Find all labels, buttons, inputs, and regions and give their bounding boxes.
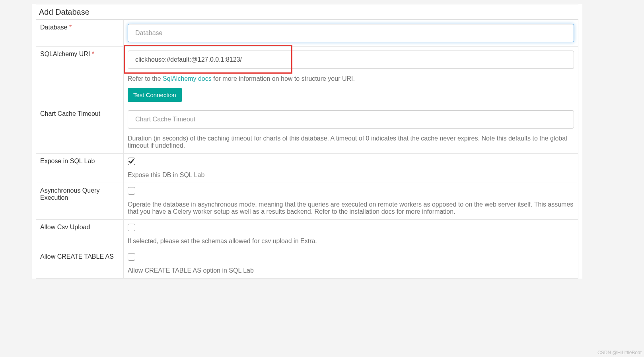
chart-cache-timeout-cell: Duration (in seconds) of the caching tim… (124, 106, 578, 154)
sqlalchemy-uri-help: Refer to the SqlAlchemy docs for more in… (128, 75, 574, 82)
expose-sql-lab-label-cell: Expose in SQL Lab (36, 154, 124, 183)
database-label: Database (40, 24, 68, 31)
async-query-help: Operate the database in asynchronous mod… (128, 201, 574, 215)
expose-sql-lab-help: Expose this DB in SQL Lab (128, 172, 574, 179)
test-connection-button[interactable]: Test Connection (128, 88, 182, 102)
async-query-label: Asynchronous Query Execution (40, 187, 99, 201)
sqlalchemy-uri-cell: Refer to the SqlAlchemy docs for more in… (124, 47, 578, 106)
async-query-label-cell: Asynchronous Query Execution (36, 183, 124, 220)
allow-csv-upload-checkbox[interactable] (128, 224, 135, 231)
sqlalchemy-uri-label: SQLAlchemy URI (40, 51, 90, 57)
allow-csv-upload-label-cell: Allow Csv Upload (36, 220, 124, 249)
allow-csv-upload-label: Allow Csv Upload (40, 224, 90, 230)
chart-cache-timeout-help: Duration (in seconds) of the caching tim… (128, 135, 574, 149)
allow-csv-upload-cell: If selected, please set the schemas allo… (124, 220, 578, 249)
required-mark: * (69, 24, 72, 31)
database-input[interactable] (128, 24, 574, 42)
allow-ctas-label-cell: Allow CREATE TABLE AS (36, 249, 124, 279)
sqlalchemy-uri-label-cell: SQLAlchemy URI * (36, 47, 124, 106)
async-query-checkbox[interactable] (128, 187, 135, 195)
chart-cache-timeout-label-cell: Chart Cache Timeout (36, 106, 124, 154)
sqlalchemy-docs-link[interactable]: SqlAlchemy docs (163, 75, 212, 82)
help-suffix: for more information on how to structure… (212, 75, 355, 82)
page-title: Add Database (36, 4, 578, 20)
allow-ctas-label: Allow CREATE TABLE AS (40, 253, 114, 260)
add-database-form: Database * SQLAlchemy URI * Refer to the… (36, 20, 578, 279)
expose-sql-lab-checkbox[interactable] (128, 158, 135, 165)
chart-cache-timeout-label: Chart Cache Timeout (40, 110, 100, 117)
sqlalchemy-uri-input[interactable] (128, 51, 574, 69)
allow-ctas-cell: Allow CREATE TABLE AS option in SQL Lab (124, 249, 578, 279)
expose-sql-lab-cell: Expose this DB in SQL Lab (124, 154, 578, 183)
expose-sql-lab-label: Expose in SQL Lab (40, 158, 95, 164)
allow-csv-upload-help: If selected, please set the schemas allo… (128, 238, 574, 245)
help-prefix: Refer to the (128, 75, 163, 82)
chart-cache-timeout-input[interactable] (128, 110, 574, 129)
required-mark: * (92, 51, 94, 57)
database-label-cell: Database * (36, 20, 124, 47)
allow-ctas-help: Allow CREATE TABLE AS option in SQL Lab (128, 267, 574, 274)
allow-ctas-checkbox[interactable] (128, 253, 135, 261)
database-input-cell (124, 20, 578, 47)
async-query-cell: Operate the database in asynchronous mod… (124, 183, 578, 220)
